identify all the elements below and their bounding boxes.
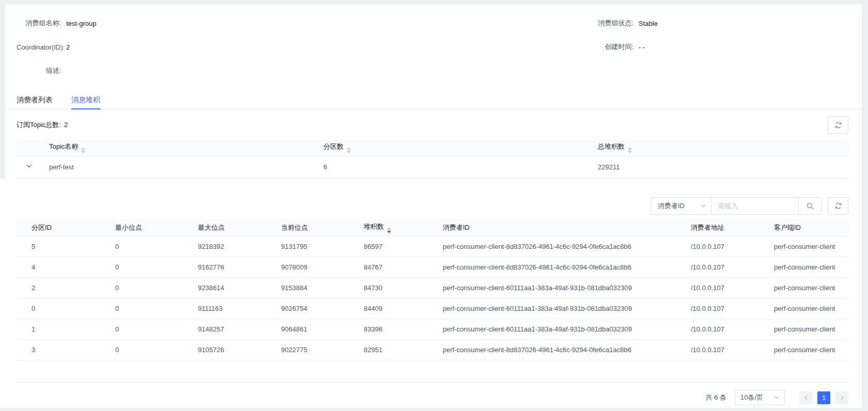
refresh-icon bbox=[834, 202, 842, 210]
col-total-lag[interactable]: 总堆积数 bbox=[590, 139, 848, 156]
cell-min-offset: 0 bbox=[107, 236, 190, 257]
cell-partition-count: 6 bbox=[316, 156, 590, 178]
cell-client-id: perf-consumer-client bbox=[766, 257, 848, 278]
cell-client-id: perf-consumer-client bbox=[766, 236, 848, 257]
lag-table: 分区ID 最小位点 最大位点 当前位点 堆积数 消费者ID 消费者地址 客户端I… bbox=[17, 219, 848, 361]
refresh-topics-button[interactable] bbox=[828, 116, 848, 134]
filter-input[interactable] bbox=[711, 198, 798, 214]
cell-consumer-id: perf-consumer-client-8d837026-4961-4c6c-… bbox=[435, 236, 683, 257]
cell-consumer-address: /10.0.0.107 bbox=[683, 319, 766, 340]
cell-lag: 84767 bbox=[355, 257, 435, 278]
cell-consumer-address: /10.0.0.107 bbox=[683, 278, 766, 298]
cell-client-id: perf-consumer-client bbox=[766, 278, 848, 298]
col-lag[interactable]: 堆积数 bbox=[355, 219, 435, 236]
chevron-down-icon bbox=[701, 203, 706, 209]
col-consumer-address: 消费者地址 bbox=[683, 219, 766, 236]
coordinator-id-label: Coordinator(ID): bbox=[17, 43, 61, 51]
cell-consumer-id: perf-consumer-client-60111aa1-383a-49af-… bbox=[435, 298, 683, 319]
col-min-offset: 最小位点 bbox=[107, 219, 190, 236]
lag-filter-row: 消费者ID bbox=[17, 197, 848, 215]
sort-icon bbox=[347, 147, 351, 153]
create-time-label: 创建时间: bbox=[587, 42, 633, 52]
tab-bar: 消费者列表 消息堆积 bbox=[5, 92, 862, 109]
total-count: 共 6 条 bbox=[706, 393, 726, 402]
topic-table-header-row: Topic名称 分区数 总堆积数 bbox=[17, 139, 848, 156]
cell-consumer-address: /10.0.0.107 bbox=[683, 257, 766, 278]
page-edge-strip bbox=[0, 179, 5, 408]
cell-current-offset: 9064861 bbox=[273, 319, 355, 340]
topic-table: Topic名称 分区数 总堆积数 perf-test 6 229211 bbox=[17, 139, 848, 179]
lag-table-row: 509218392913179586597perf-consumer-clien… bbox=[17, 236, 848, 257]
chevron-down-icon bbox=[774, 395, 779, 400]
cell-max-offset: 9238614 bbox=[190, 278, 273, 298]
group-name-label: 消费组名称: bbox=[17, 19, 61, 28]
cell-lag: 84730 bbox=[355, 278, 435, 298]
cell-partition-id: 4 bbox=[17, 257, 107, 278]
prev-page-button[interactable] bbox=[799, 391, 812, 404]
page-size-select[interactable]: 10条/页 bbox=[735, 390, 785, 405]
cell-total-lag: 229211 bbox=[590, 156, 848, 178]
subscribed-topic-count: 订阅Topic总数:2 bbox=[17, 120, 68, 130]
info-row: 描述: bbox=[17, 59, 848, 83]
lag-table-container: 分区ID 最小位点 最大位点 当前位点 堆积数 消费者ID 消费者地址 客户端I… bbox=[17, 219, 848, 383]
col-partition-count[interactable]: 分区数 bbox=[316, 139, 590, 156]
cell-current-offset: 9078009 bbox=[273, 257, 355, 278]
cell-lag: 86597 bbox=[355, 236, 435, 257]
cell-partition-id: 3 bbox=[17, 340, 107, 360]
pagination-bar: 共 6 条 10条/页 1 bbox=[17, 390, 848, 405]
create-time-value: - - bbox=[633, 43, 848, 51]
topic-summary-row: 订阅Topic总数:2 bbox=[17, 115, 848, 135]
col-topic-name-label: Topic名称 bbox=[49, 143, 78, 150]
lag-table-row: 009111163902675484409perf-consumer-clien… bbox=[17, 298, 848, 319]
cell-consumer-address: /10.0.0.107 bbox=[683, 298, 766, 319]
col-partition-id: 分区ID bbox=[17, 219, 107, 236]
col-consumer-id: 消费者ID bbox=[435, 219, 683, 236]
cell-consumer-address: /10.0.0.107 bbox=[683, 236, 766, 257]
cell-max-offset: 9148257 bbox=[190, 319, 273, 340]
coordinator-id-value: 2 bbox=[61, 43, 587, 51]
info-row: Coordinator(ID): 2 创建时间: - - bbox=[17, 35, 848, 59]
cell-min-offset: 0 bbox=[107, 278, 190, 298]
consumer-group-detail-card: 消费组名称: test-group 消费组状态: Stable Coordina… bbox=[5, 4, 862, 408]
cell-lag: 82951 bbox=[355, 340, 435, 360]
search-icon bbox=[807, 202, 814, 210]
group-status-value: Stable bbox=[633, 20, 848, 27]
sort-icon bbox=[81, 147, 85, 153]
next-page-button[interactable] bbox=[835, 391, 848, 404]
cell-partition-id: 0 bbox=[17, 298, 107, 319]
page-size-value: 10条/页 bbox=[740, 393, 763, 402]
expand-row-toggle[interactable] bbox=[17, 156, 41, 178]
filter-field-select-value: 消费者ID bbox=[658, 201, 685, 211]
sort-icon bbox=[628, 147, 632, 153]
tab-consumer-list[interactable]: 消费者列表 bbox=[17, 92, 53, 109]
cell-current-offset: 9131795 bbox=[273, 236, 355, 257]
topic-table-row: perf-test 6 229211 bbox=[17, 156, 848, 178]
chevron-left-icon bbox=[803, 395, 809, 400]
cell-consumer-id: perf-consumer-client-60111aa1-383a-49af-… bbox=[435, 319, 683, 340]
cell-lag: 83396 bbox=[355, 319, 435, 340]
col-topic-name[interactable]: Topic名称 bbox=[41, 139, 316, 156]
cell-current-offset: 9153884 bbox=[273, 278, 355, 298]
lag-table-header-row: 分区ID 最小位点 最大位点 当前位点 堆积数 消费者ID 消费者地址 客户端I… bbox=[17, 219, 848, 236]
cell-current-offset: 9022775 bbox=[273, 340, 355, 360]
col-max-offset: 最大位点 bbox=[190, 219, 273, 236]
refresh-lag-button[interactable] bbox=[828, 197, 848, 215]
cell-consumer-id: perf-consumer-client-8d837026-4961-4c6c-… bbox=[435, 340, 683, 360]
search-button[interactable] bbox=[798, 198, 821, 214]
group-name-value: test-group bbox=[61, 20, 587, 27]
cell-min-offset: 0 bbox=[107, 319, 190, 340]
lag-table-row: 209238614915388484730perf-consumer-clien… bbox=[17, 278, 848, 298]
cell-client-id: perf-consumer-client bbox=[766, 298, 848, 319]
cell-client-id: perf-consumer-client bbox=[766, 340, 848, 360]
tab-message-lag[interactable]: 消息堆积 bbox=[71, 92, 100, 109]
subscribed-topic-count-value: 2 bbox=[64, 121, 68, 129]
search-input-group: 消费者ID bbox=[651, 197, 822, 215]
filter-field-select[interactable]: 消费者ID bbox=[652, 198, 711, 214]
cell-consumer-id: perf-consumer-client-60111aa1-383a-49af-… bbox=[435, 278, 683, 298]
group-status-label: 消费组状态: bbox=[587, 19, 633, 28]
col-partition-count-label: 分区数 bbox=[323, 143, 344, 150]
cell-consumer-address: /10.0.0.107 bbox=[683, 340, 766, 360]
page-1-button[interactable]: 1 bbox=[817, 391, 830, 404]
cell-client-id: perf-consumer-client bbox=[766, 319, 848, 340]
cell-consumer-id: perf-consumer-client-8d837026-4961-4c6c-… bbox=[435, 257, 683, 278]
